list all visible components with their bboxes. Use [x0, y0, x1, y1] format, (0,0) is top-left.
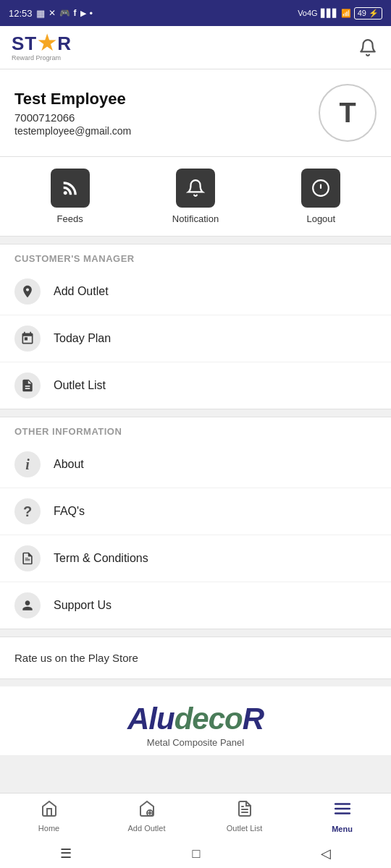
terms-icon	[14, 545, 41, 571]
logout-label: Logout	[306, 213, 335, 224]
action-logout[interactable]: Logout	[292, 169, 350, 224]
android-nav-bar: ☰ □ ◁	[0, 839, 391, 868]
aludecor-subtitle: Metal Composite Panel	[147, 737, 244, 748]
faqs-icon: ?	[14, 498, 41, 524]
nav-outlet-list[interactable]: Outlet List	[196, 793, 293, 839]
status-battery: 49 ⚡	[354, 7, 382, 20]
notification-action-icon	[176, 169, 215, 208]
outlet-list-nav-label: Outlet List	[227, 824, 263, 833]
other-information-section: OTHER INFORMATION i About ? FAQ's Term &…	[0, 417, 391, 629]
status-dot: •	[90, 8, 93, 19]
add-outlet-nav-icon	[138, 800, 156, 822]
android-menu-btn[interactable]: ☰	[60, 846, 72, 861]
home-nav-label: Home	[38, 824, 59, 833]
avatar: T	[319, 84, 377, 142]
profile-phone: 7000712066	[14, 111, 131, 124]
about-label: About	[54, 458, 84, 471]
today-plan-icon	[14, 326, 41, 352]
add-outlet-icon	[14, 278, 41, 305]
content-area: Test Employee 7000712066 testemployee@gm…	[0, 69, 391, 835]
status-icon-1: ▦	[36, 8, 45, 19]
status-right-area: Vo4G ▋▋▋ 📶 49 ⚡	[298, 7, 382, 20]
logout-icon	[301, 169, 340, 208]
logo-text: ST★R	[12, 33, 72, 54]
quick-actions: Feeds Notification Logout	[0, 157, 391, 237]
profile-section: Test Employee 7000712066 testemployee@gm…	[0, 69, 391, 157]
nav-menu[interactable]: Menu	[293, 793, 391, 839]
feeds-icon	[51, 169, 90, 208]
status-time-area: 12:53 ▦ ✕ 🎮 f ▶ •	[9, 8, 93, 19]
support-label: Support Us	[54, 599, 112, 612]
notification-label: Notification	[172, 213, 219, 224]
action-notification[interactable]: Notification	[167, 169, 224, 224]
rate-us-section[interactable]: Rate us on the Play Store	[0, 637, 391, 679]
status-icon-3: 🎮	[59, 8, 70, 18]
status-icon-youtube: ▶	[80, 9, 86, 18]
status-icon-facebook: f	[74, 8, 77, 18]
add-outlet-label: Add Outlet	[54, 285, 109, 298]
logo-subtitle: Reward Program	[12, 54, 61, 61]
outlet-list-nav-icon	[236, 800, 253, 822]
aludecor-logo: AludecoR	[127, 704, 264, 734]
faqs-label: FAQ's	[54, 505, 85, 518]
bottom-nav: Home Add Outlet Outlet List	[0, 793, 391, 839]
outlet-list-label: Outlet List	[54, 379, 106, 392]
customers-manager-header: CUSTOMER'S MANAGER	[0, 244, 391, 268]
home-icon	[41, 800, 58, 822]
nav-home[interactable]: Home	[0, 793, 98, 839]
app-bar: ST★R Reward Program	[0, 26, 391, 69]
status-wifi: 📶	[341, 9, 351, 18]
other-information-header: OTHER INFORMATION	[0, 417, 391, 441]
profile-name: Test Employee	[14, 90, 131, 109]
profile-info: Test Employee 7000712066 testemployee@gm…	[14, 90, 131, 137]
menu-nav-label: Menu	[332, 825, 353, 833]
android-home-btn[interactable]: □	[193, 846, 201, 861]
status-network: Vo4G	[298, 9, 318, 17]
outlet-list-icon	[14, 373, 41, 399]
menu-item-faqs[interactable]: ? FAQ's	[0, 488, 391, 535]
logo: ST★R Reward Program	[12, 33, 72, 61]
menu-item-terms[interactable]: Term & Conditions	[0, 535, 391, 582]
menu-item-add-outlet[interactable]: Add Outlet	[0, 268, 391, 315]
rate-us-text: Rate us on the Play Store	[14, 652, 377, 664]
logo-st: ST	[12, 34, 37, 53]
menu-item-support[interactable]: Support Us	[0, 582, 391, 629]
menu-item-outlet-list[interactable]: Outlet List	[0, 362, 391, 409]
android-back-btn[interactable]: ◁	[321, 846, 331, 861]
terms-label: Term & Conditions	[54, 552, 148, 565]
logo-banner: AludecoR Metal Composite Panel	[0, 686, 391, 755]
add-outlet-nav-label: Add Outlet	[128, 824, 166, 833]
profile-email: testemployee@gmail.com	[14, 125, 131, 137]
customers-manager-section: CUSTOMER'S MANAGER Add Outlet Today Plan	[0, 244, 391, 409]
logo-r: R	[57, 34, 72, 53]
support-icon	[14, 592, 41, 618]
menu-item-about[interactable]: i About	[0, 441, 391, 488]
menu-icon	[333, 799, 352, 822]
action-feeds[interactable]: Feeds	[41, 169, 99, 224]
feeds-label: Feeds	[57, 213, 83, 224]
notification-bell-icon[interactable]	[356, 36, 379, 59]
status-bar: 12:53 ▦ ✕ 🎮 f ▶ • Vo4G ▋▋▋ 📶 49 ⚡	[0, 0, 391, 26]
logo-star-icon: ★	[38, 33, 56, 54]
nav-add-outlet[interactable]: Add Outlet	[98, 793, 196, 839]
menu-item-today-plan[interactable]: Today Plan	[0, 315, 391, 362]
status-icon-2: ✕	[49, 8, 56, 18]
status-time: 12:53	[9, 8, 33, 19]
aludecor-green-part: deco	[175, 702, 243, 736]
status-signal: ▋▋▋	[321, 9, 338, 18]
about-icon: i	[14, 451, 41, 477]
today-plan-label: Today Plan	[54, 332, 111, 345]
